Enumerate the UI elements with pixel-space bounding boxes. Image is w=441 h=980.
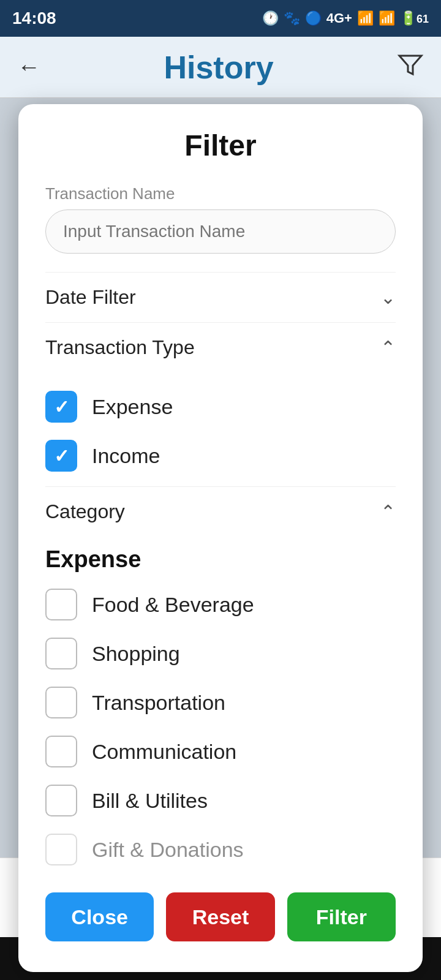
gift-row[interactable]: Gift & Donations [45,825,396,874]
bill-label: Bill & Utilites [92,789,208,813]
income-row[interactable]: Income [45,431,396,480]
page-title: History [164,49,273,86]
modal-overlay: Filter Transaction Name Date Filter ⌄ Tr… [0,98,441,980]
transaction-name-label: Transaction Name [45,184,396,203]
status-bar: 14:08 🕐 🐾 🔵 4G+ 📶 📶 🔋61 [0,0,441,37]
bill-checkbox[interactable] [45,785,77,816]
category-label: Category [45,500,125,523]
transaction-type-options: Expense Income [45,372,396,486]
date-filter-accordion[interactable]: Date Filter ⌄ [45,272,396,322]
gift-label: Gift & Donations [92,838,244,862]
network-label: 4G+ [326,10,352,26]
communication-checkbox[interactable] [45,736,77,767]
category-chevron: ⌃ [380,501,396,522]
date-filter-label: Date Filter [45,286,136,309]
transaction-type-chevron: ⌃ [380,337,396,358]
status-icons: 🕐 🐾 🔵 4G+ 📶 📶 🔋61 [262,10,429,26]
food-label: Food & Beverage [92,593,254,617]
filter-modal: Filter Transaction Name Date Filter ⌄ Tr… [18,104,423,972]
expense-row[interactable]: Expense [45,382,396,431]
income-label: Income [92,444,160,468]
app-icon-1: 🐾 [284,10,300,26]
battery-icon: 🔋61 [400,10,429,26]
close-button[interactable]: Close [45,892,154,941]
expense-label: Expense [92,395,173,419]
filter-button[interactable]: Filter [287,892,396,941]
transportation-row[interactable]: Transportation [45,678,396,727]
category-section: Expense Food & Beverage Shopping Transpo… [45,546,396,874]
expense-checkbox[interactable] [45,391,77,423]
transaction-type-label: Transaction Type [45,336,195,359]
transaction-type-accordion[interactable]: Transaction Type ⌃ [45,322,396,372]
modal-buttons: Close Reset Filter [45,892,396,941]
expense-section-title: Expense [45,546,396,573]
shopping-row[interactable]: Shopping [45,629,396,678]
income-checkbox[interactable] [45,440,77,472]
category-accordion[interactable]: Category ⌃ [45,486,396,537]
shopping-checkbox[interactable] [45,638,77,669]
shopping-label: Shopping [92,642,180,666]
communication-label: Communication [92,740,236,764]
back-button[interactable]: ← [17,54,40,80]
svg-marker-0 [399,56,421,74]
app-icon-2: 🔵 [305,10,322,26]
gift-checkbox[interactable] [45,834,77,865]
bill-row[interactable]: Bill & Utilites [45,776,396,825]
food-checkbox[interactable] [45,589,77,620]
food-row[interactable]: Food & Beverage [45,580,396,629]
communication-row[interactable]: Communication [45,727,396,776]
date-filter-chevron: ⌄ [380,287,396,308]
signal-icon-2: 📶 [379,10,395,26]
signal-icon: 📶 [357,10,374,26]
reset-button[interactable]: Reset [166,892,274,941]
status-time: 14:08 [12,9,56,28]
modal-title: Filter [45,129,396,162]
filter-icon[interactable] [397,51,424,83]
transportation-label: Transportation [92,691,225,715]
transaction-name-input[interactable] [45,209,396,254]
top-nav: ← History [0,37,441,98]
transportation-checkbox[interactable] [45,687,77,718]
alarm-icon: 🕐 [262,10,279,26]
